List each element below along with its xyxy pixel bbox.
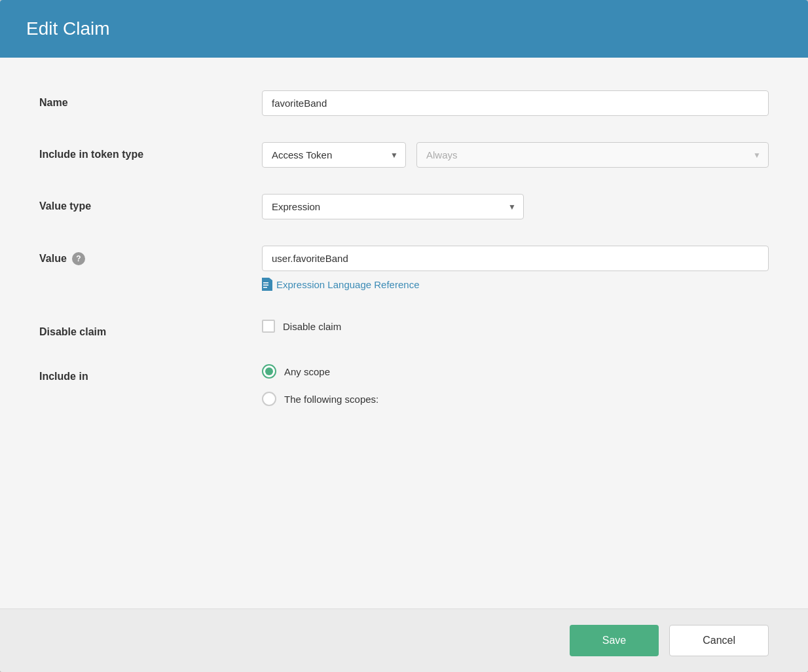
token-type-select[interactable]: Access Token ID Token UserInfo [262,142,406,168]
value-row: Value ? Expression Language Reference [39,246,769,293]
any-scope-radio-row[interactable]: Any scope [262,364,769,379]
dialog-header: Edit Claim [0,0,808,58]
cancel-button[interactable]: Cancel [669,625,769,656]
disable-claim-row: Disable claim Disable claim [39,320,769,338]
token-type-label: Include in token type [39,142,262,160]
dialog-title: Edit Claim [26,18,782,39]
any-scope-radio-inner [265,367,273,375]
edit-claim-dialog: Edit Claim Name Include in token type Ac… [0,0,808,672]
following-scopes-label: The following scopes: [284,394,378,405]
token-type-row: Include in token type Access Token ID To… [39,142,769,168]
include-in-radio-group: Any scope The following scopes: [262,364,769,406]
following-scopes-radio[interactable] [262,392,276,406]
value-type-select[interactable]: Expression Constant User Attribute [262,194,524,219]
expression-language-reference-link[interactable]: Expression Language Reference [262,278,419,291]
save-button[interactable]: Save [570,625,659,656]
disable-claim-label: Disable claim [39,320,262,338]
svg-rect-0 [263,282,268,284]
disable-claim-checkbox-label: Disable claim [283,321,341,332]
book-icon [262,278,272,291]
name-control [262,90,769,116]
disable-claim-checkbox-row: Disable claim [262,320,769,333]
dialog-footer: Save Cancel [0,608,808,672]
include-in-row: Include in Any scope The following scope… [39,364,769,406]
token-type-select-group: Access Token ID Token UserInfo ▼ Always … [262,142,769,168]
disable-claim-checkbox[interactable] [262,320,275,333]
include-in-label: Include in [39,364,262,383]
always-select[interactable]: Always Always Conditional [416,142,769,168]
value-label: Value ? [39,246,262,265]
following-scopes-radio-row[interactable]: The following scopes: [262,392,769,406]
value-help-icon[interactable]: ? [72,252,85,265]
name-input[interactable] [262,90,769,116]
name-label: Name [39,90,262,109]
any-scope-radio[interactable] [262,364,276,379]
dialog-body: Name Include in token type Access Token … [0,58,808,608]
svg-rect-1 [263,285,268,286]
name-row: Name [39,90,769,116]
always-wrapper: Always Always Conditional ▼ [416,142,769,168]
include-in-control: Any scope The following scopes: [262,364,769,406]
value-type-label: Value type [39,194,262,212]
value-input[interactable] [262,246,769,271]
value-type-control: Expression Constant User Attribute ▼ [262,194,769,219]
svg-rect-2 [263,287,267,288]
any-scope-label: Any scope [284,366,330,377]
value-input-wrapper [262,246,769,271]
value-type-wrapper: Expression Constant User Attribute ▼ [262,194,524,219]
token-type-control: Access Token ID Token UserInfo ▼ Always … [262,142,769,168]
value-type-row: Value type Expression Constant User Attr… [39,194,769,219]
token-type-primary-wrapper: Access Token ID Token UserInfo ▼ [262,142,406,168]
disable-claim-control: Disable claim [262,320,769,333]
value-control: Expression Language Reference [262,246,769,293]
